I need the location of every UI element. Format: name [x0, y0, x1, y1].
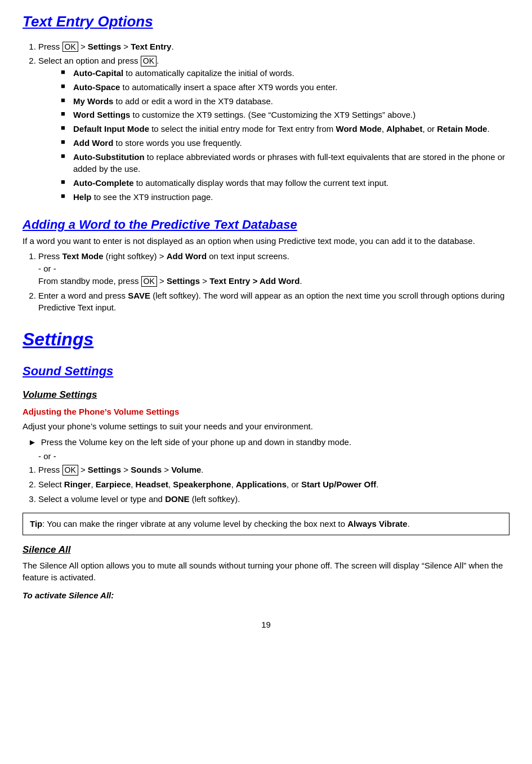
arrow-step-text: Press the Volume key on the left side of…: [41, 436, 351, 448]
page-title: Text Entry Options: [23, 11, 509, 33]
adding-word-intro: If a word you want to enter is not displ…: [23, 235, 509, 247]
settings-main-heading: Settings: [23, 326, 509, 352]
ok-box-4: OK: [62, 465, 78, 476]
ok-box-2: OK: [141, 56, 157, 66]
arrow-step: ► Press the Volume key on the left side …: [28, 436, 509, 448]
vol-step-1: Press OK > Settings > Sounds > Volume.: [38, 464, 509, 476]
step-2: Select an option and press OK. Auto-Capi…: [38, 55, 509, 203]
option-auto-complete: Auto-Complete to automatically display w…: [61, 177, 509, 189]
page-number: 19: [23, 619, 509, 631]
tip-label: Tip: [30, 519, 42, 528]
or-separator-2: - or -: [38, 450, 509, 463]
ok-box-1: OK: [62, 42, 78, 52]
add-step-1: Press Text Mode (right softkey) > Add Wo…: [38, 250, 509, 287]
text-entry-steps-list: Press OK > Settings > Text Entry. Select…: [38, 41, 509, 203]
option-my-words: My Words to add or edit a word in the XT…: [61, 95, 509, 108]
adding-word-heading: Adding a Word to the Predictive Text Dat…: [23, 216, 509, 234]
adjusting-volume-heading: Adjusting the Phone’s Volume Settings: [23, 406, 509, 418]
settings-section: Settings Sound Settings Volume Settings …: [23, 326, 509, 602]
activate-silence-text: To activate Silence All:: [23, 590, 114, 600]
or-separator-1: - or -: [38, 264, 56, 273]
option-auto-capital: Auto-Capital to automatically capitalize…: [61, 67, 509, 79]
ok-box-3: OK: [141, 276, 157, 287]
tip-box: Tip: You can make the ringer vibrate at …: [23, 513, 509, 535]
vol-step-2: Select Ringer, Earpiece, Headset, Speake…: [38, 478, 509, 491]
volume-steps: Press OK > Settings > Sounds > Volume. S…: [38, 464, 509, 505]
sound-settings-heading: Sound Settings: [23, 362, 509, 380]
option-default-input-mode: Default Input Mode to select the initial…: [61, 123, 509, 135]
adding-word-steps: Press Text Mode (right softkey) > Add Wo…: [38, 250, 509, 314]
volume-settings-heading: Volume Settings: [23, 388, 509, 402]
adding-word-section: Adding a Word to the Predictive Text Dat…: [23, 216, 509, 314]
option-auto-substitution: Auto-Substitution to replace abbreviated…: [61, 151, 509, 176]
tip-text: : You can make the ringer vibrate at any…: [42, 519, 410, 528]
activate-silence-heading: To activate Silence All:: [23, 589, 509, 602]
option-word-settings: Word Settings to customize the XT9 setti…: [61, 109, 509, 121]
options-list: Auto-Capital to automatically capitalize…: [61, 67, 509, 203]
arrow-icon: ►: [28, 436, 37, 448]
option-auto-space: Auto-Space to automatically insert a spa…: [61, 81, 509, 94]
option-add-word: Add Word to store words you use frequent…: [61, 137, 509, 149]
silence-all-heading: Silence All: [23, 543, 509, 557]
vol-step-3: Select a volume level or type and DONE (…: [38, 493, 509, 505]
step-1: Press OK > Settings > Text Entry.: [38, 41, 509, 53]
volume-intro: Adjust your phone’s volume settings to s…: [23, 420, 509, 433]
silence-all-text: The Silence All option allows you to mut…: [23, 559, 509, 584]
add-step-2: Enter a word and press SAVE (left softke…: [38, 290, 509, 314]
option-help: Help to see the XT9 instruction page.: [61, 191, 509, 203]
